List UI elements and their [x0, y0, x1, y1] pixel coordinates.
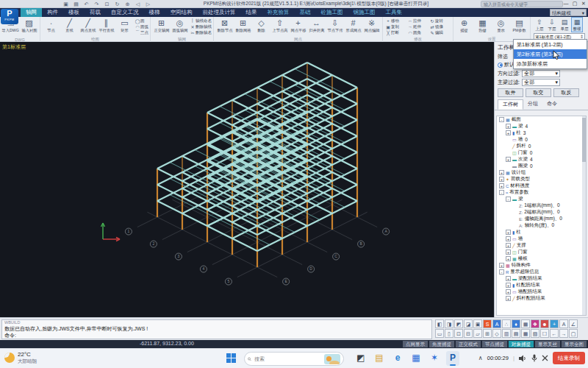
tree-item[interactable]: ◫ 门窗 0: [497, 149, 586, 156]
expander-icon[interactable]: -: [506, 197, 511, 202]
tree-item[interactable]: A: 轴转角(度)、0: [497, 222, 586, 229]
zoom-window-icon[interactable]: ▯: [445, 329, 453, 338]
selection-button[interactable]: 取并: [498, 88, 523, 97]
expander-icon[interactable]: [506, 144, 511, 149]
ribbon-button[interactable]: ◇ 删除: [252, 18, 270, 33]
status-toggle[interactable]: 节点捕捉: [482, 341, 507, 347]
sheet-icon[interactable]: ▤: [512, 329, 520, 338]
expander-icon[interactable]: -: [499, 117, 504, 122]
ribbon-button[interactable]: ◎ 显示: [492, 18, 510, 33]
ribbon-button-small[interactable]: ◯ 圆: [135, 18, 148, 24]
expander-icon[interactable]: +: [506, 130, 511, 135]
edge-icon[interactable]: e: [391, 351, 404, 366]
tree-item[interactable]: E: 偏轴距离(mm)、0: [497, 216, 586, 222]
ribbon-tab[interactable]: 基础: [295, 8, 316, 17]
ribbon-button-small[interactable]: ↻ 旋转: [429, 18, 451, 24]
tree-item[interactable]: + ▬ 梁配筋结果: [497, 275, 586, 282]
taskbar-search[interactable]: [244, 352, 344, 366]
expander-icon[interactable]: +: [506, 250, 511, 255]
tree-item[interactable]: ▭ 墙 0: [497, 136, 586, 143]
tree-item[interactable]: + ▭ 墙配筋结果: [497, 289, 586, 295]
weather-widget[interactable]: 22°C 大部晴朗: [4, 351, 37, 364]
tree-item[interactable]: Z: 2端标高(mm)、0: [497, 209, 586, 216]
level-nav-button[interactable]: ▦ 整楼: [571, 17, 583, 32]
ribbon-tab[interactable]: 构件: [42, 8, 63, 17]
ribbon-button-small[interactable]: ↔ 拉伸: [407, 18, 429, 24]
pkpm-icon[interactable]: P: [446, 351, 459, 366]
select-icon[interactable]: ☐: [540, 329, 549, 338]
array-icon[interactable]: ⊞: [483, 329, 492, 338]
sogou-icon[interactable]: S: [483, 319, 492, 328]
ribbon-button-small[interactable]: ◠ 圆角: [407, 29, 429, 35]
expander-icon[interactable]: +: [506, 289, 511, 294]
dropdown-item[interactable]: 添加新标准层: [514, 59, 587, 68]
expander-icon[interactable]: [512, 223, 517, 228]
pan-icon[interactable]: ▭: [435, 329, 444, 338]
search-input[interactable]: [254, 356, 321, 361]
view-cube-icon[interactable]: ◧: [435, 319, 444, 328]
status-toggle[interactable]: 对象捕捉: [509, 341, 534, 347]
ribbon-button[interactable]: ╱ 两点直线: [79, 18, 97, 33]
ribbon-button[interactable]: ▭ 矩形: [115, 18, 134, 33]
status-toggle[interactable]: 正交模式: [456, 341, 481, 347]
tree-item[interactable]: + ▭ 墙: [497, 236, 586, 242]
selection-button[interactable]: 取交: [526, 88, 551, 97]
view-iso-icon[interactable]: ◪: [464, 319, 473, 328]
expander-icon[interactable]: [506, 137, 511, 142]
tree-item[interactable]: + ▦ 设计组: [497, 169, 586, 176]
emoji-icon[interactable]: ☻: [540, 319, 549, 328]
expander-icon[interactable]: -: [499, 269, 504, 275]
mirror-icon[interactable]: ▱: [473, 329, 482, 338]
expander-icon[interactable]: +: [506, 236, 511, 241]
ribbon-button-small[interactable]: ⇄ 镜像: [429, 24, 451, 29]
expander-icon[interactable]: +: [499, 263, 504, 268]
ribbon-button[interactable]: ⊞ 正交轴网: [152, 18, 171, 33]
taskview-icon[interactable]: ◩: [354, 351, 368, 366]
store-icon[interactable]: ▦: [409, 351, 423, 366]
panel-tab[interactable]: 分组: [523, 99, 542, 110]
search-highlight-image[interactable]: [324, 354, 340, 364]
ribbon-button[interactable]: ⊕ 捕捉: [455, 18, 473, 33]
panel-tab[interactable]: 工作树: [498, 99, 523, 110]
model-3d-view[interactable]: 12345ABCDE: [0, 42, 494, 317]
ribbon-button-small[interactable]: ✂ 删除轴名: [190, 29, 212, 35]
dropdown-item[interactable]: 第1标准层 (第1-2层): [514, 40, 587, 49]
open-icon[interactable]: ▤: [72, 1, 80, 7]
expander-icon[interactable]: [506, 163, 511, 169]
module-selector-dropdown[interactable]: 结构建模 ▾: [550, 9, 587, 16]
view-front-icon[interactable]: ◩: [454, 319, 463, 328]
level-nav-button[interactable]: ⇩ 下层: [546, 17, 558, 32]
view-full-icon[interactable]: ▣: [473, 319, 482, 328]
back-icon[interactable]: ←: [550, 329, 559, 338]
selection-button[interactable]: 取反: [553, 88, 579, 97]
tree-item[interactable]: + ▬ 次梁 4: [497, 156, 586, 163]
tree-item[interactable]: + ▦ 楼板: [497, 255, 586, 262]
table-icon[interactable]: ▦: [521, 329, 530, 338]
expander-icon[interactable]: +: [506, 283, 511, 288]
ribbon-button[interactable]: ▦ 热键: [473, 18, 492, 33]
expander-icon[interactable]: +: [506, 243, 511, 248]
pkpm-logo[interactable]: P PKPM: [1, 9, 18, 24]
ribbon-button-small[interactable]: + 移动: [385, 18, 407, 24]
windows-start-icon[interactable]: [226, 353, 237, 364]
ribbon-tab[interactable]: 轴网: [21, 8, 42, 17]
font-size-icon[interactable]: A: [559, 319, 568, 328]
tree-item[interactable]: + ▩ 特殊构件: [497, 262, 586, 269]
tree-item[interactable]: ▬ 圈梁 0: [497, 163, 586, 169]
ribbon-button[interactable]: ↔ 归并距离: [307, 18, 326, 33]
expander-icon[interactable]: +: [506, 230, 511, 235]
status-toggle[interactable]: 角度捕捉: [429, 341, 454, 347]
ribbon-tab[interactable]: 空间结构: [165, 8, 198, 17]
microphone-icon[interactable]: [531, 354, 537, 362]
undo-icon[interactable]: ↶: [82, 1, 90, 7]
ribbon-button[interactable]: ∙ 节点: [42, 18, 60, 33]
handwrite-icon[interactable]: ∴: [502, 319, 511, 328]
layer-icon[interactable]: ▧: [531, 329, 539, 338]
panel-tab[interactable]: 命令: [542, 99, 562, 110]
angle-icon[interactable]: ∠: [569, 319, 578, 328]
tree-item[interactable]: + ▬ 梁 4: [497, 123, 586, 130]
tree-item[interactable]: + ╱ 斜杆配筋结果: [497, 295, 586, 302]
chevron-up-icon[interactable]: ∧: [478, 355, 483, 361]
direction-filter-select[interactable]: 全部 ▾: [522, 70, 560, 77]
meeting-icon[interactable]: ✶: [428, 351, 441, 366]
